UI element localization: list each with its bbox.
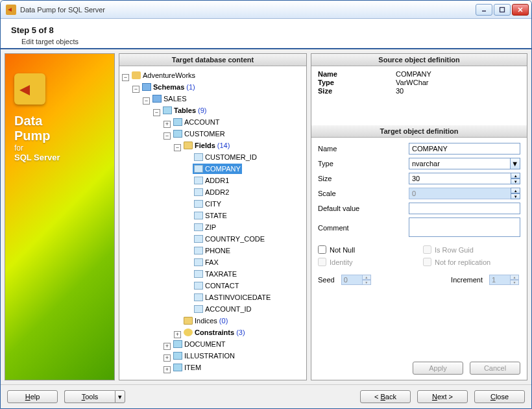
- tree-toggle[interactable]: −: [174, 144, 181, 151]
- tree-toggle[interactable]: −: [163, 132, 171, 140]
- folder-icon: [184, 317, 193, 325]
- size-spinner[interactable]: ▲▼: [511, 173, 520, 184]
- field-icon: [194, 293, 203, 301]
- tree-constraints[interactable]: Constraints (3): [182, 327, 247, 338]
- tree-toggle[interactable]: +: [174, 331, 181, 338]
- tools-button[interactable]: Tools ▾: [64, 390, 125, 403]
- tree-schema-item[interactable]: SALES: [151, 93, 187, 104]
- tree-toggle[interactable]: −: [132, 86, 139, 93]
- help-button[interactable]: Help: [7, 390, 58, 403]
- scale-input: [409, 188, 511, 199]
- field-icon: [194, 212, 203, 219]
- tree-field-item[interactable]: COMPANY: [193, 164, 242, 174]
- close-button[interactable]: Close: [474, 390, 525, 403]
- field-icon: [194, 270, 203, 278]
- source-name-value: COMPANY: [396, 70, 520, 78]
- tree-field-item[interactable]: CUSTOMER_ID: [193, 152, 258, 162]
- key-icon: [184, 328, 193, 336]
- tree-toggle[interactable]: −: [143, 97, 150, 105]
- definition-panel: Source object definition NameCOMPANY Typ…: [311, 53, 527, 380]
- notnull-check[interactable]: Not Null: [318, 245, 415, 254]
- maximize-button[interactable]: [494, 4, 511, 16]
- scale-label: Scale: [318, 190, 409, 197]
- tree-field-item[interactable]: ZIP: [193, 222, 217, 232]
- tools-dropdown-icon[interactable]: ▾: [115, 390, 125, 403]
- type-combo[interactable]: [409, 158, 510, 169]
- size-input[interactable]: [409, 173, 511, 184]
- tree-tables[interactable]: Tables (9): [162, 105, 208, 116]
- name-input[interactable]: [409, 143, 520, 155]
- comment-input[interactable]: [409, 217, 520, 237]
- tree-toggle[interactable]: −: [153, 109, 160, 116]
- table-icon: [173, 118, 182, 126]
- tree-field-item[interactable]: PHONE: [193, 245, 232, 256]
- tree-field-item[interactable]: ADDR2: [193, 187, 230, 197]
- tree-field-item[interactable]: CITY: [193, 199, 223, 209]
- source-type-label: Type: [318, 79, 396, 86]
- tree-field-item[interactable]: CONTACT: [193, 280, 240, 291]
- target-def-title: Target object definition: [311, 125, 527, 138]
- tree-schemas[interactable]: Schemas (1): [141, 82, 197, 92]
- tree-indices[interactable]: Indices (0): [182, 316, 229, 326]
- svg-rect-1: [500, 7, 505, 12]
- object-tree[interactable]: −AdventureWorks −Schemas (1) −SALES −Tab…: [119, 66, 306, 380]
- schema-icon: [142, 83, 151, 91]
- table-icon: [173, 364, 182, 371]
- tree-field-item[interactable]: TAXRATE: [193, 269, 238, 279]
- tree-field-item[interactable]: ADDR1: [193, 175, 230, 186]
- wizard-footer: Help Tools ▾ < Back Next > Close: [1, 384, 531, 408]
- product-name-2: Pump: [14, 129, 51, 143]
- next-button[interactable]: Next >: [417, 390, 468, 403]
- apply-button[interactable]: Apply: [413, 362, 463, 375]
- source-name-label: Name: [318, 70, 396, 78]
- tree-toggle[interactable]: +: [163, 343, 171, 350]
- default-label: Default value: [318, 204, 409, 212]
- table-icon: [173, 352, 182, 360]
- target-def-form: Name Type ▼ Size: [311, 138, 527, 356]
- field-icon: [194, 188, 203, 196]
- table-icon: [173, 130, 182, 138]
- field-icon: [194, 258, 203, 266]
- tree-field-item[interactable]: COUNTRY_CODE: [193, 234, 266, 244]
- tree-table-item[interactable]: ACCOUNT: [172, 117, 221, 127]
- app-icon: [6, 5, 16, 15]
- source-def-title: Source object definition: [311, 54, 527, 66]
- source-size-value: 30: [396, 87, 520, 95]
- tree-table-item[interactable]: DOCUMENT: [172, 339, 227, 349]
- seed-spinner: ▲▼: [341, 275, 372, 285]
- tree-table-item[interactable]: CUSTOMER: [172, 129, 226, 139]
- seed-label: Seed: [318, 276, 335, 284]
- source-size-label: Size: [318, 87, 396, 95]
- wizard-header: Step 5 of 8 Edit target objects: [1, 19, 531, 49]
- size-label: Size: [318, 175, 409, 182]
- type-dropdown-button[interactable]: ▼: [510, 158, 520, 169]
- tree-toggle[interactable]: +: [163, 121, 171, 128]
- step-title: Step 5 of 8: [11, 25, 521, 35]
- tree-database[interactable]: AdventureWorks: [130, 70, 197, 81]
- product-logo-icon: [14, 73, 45, 105]
- content-area: Data Pump for SQL Server Target database…: [1, 49, 531, 384]
- tree-toggle[interactable]: −: [122, 74, 129, 81]
- increment-label: Increment: [451, 276, 483, 284]
- field-icon: [194, 223, 203, 231]
- default-input[interactable]: [409, 203, 520, 214]
- tree-toggle[interactable]: +: [163, 366, 171, 373]
- titlebar[interactable]: Data Pump for SQL Server: [1, 1, 531, 19]
- tree-field-item[interactable]: STATE: [193, 210, 228, 221]
- cancel-button[interactable]: Cancel: [470, 362, 520, 375]
- minimize-button[interactable]: [476, 4, 492, 16]
- comment-label: Comment: [318, 224, 409, 232]
- tree-table-item[interactable]: ILLUSTRATION: [172, 351, 236, 361]
- close-window-button[interactable]: [512, 4, 529, 16]
- tree-table-item[interactable]: ITEM: [172, 362, 202, 373]
- field-icon: [194, 165, 203, 173]
- back-button[interactable]: < Back: [360, 390, 411, 403]
- tree-field-item[interactable]: LASTINVOICEDATE: [193, 292, 272, 303]
- tree-field-item[interactable]: ACCOUNT_ID: [193, 304, 253, 314]
- field-icon: [194, 200, 203, 208]
- tree-field-item[interactable]: FAX: [193, 257, 220, 267]
- tree-fields[interactable]: Fields (14): [182, 140, 231, 151]
- tree-toggle[interactable]: +: [163, 354, 171, 362]
- notreplication-check: Not for replication: [423, 258, 520, 266]
- source-def-block: NameCOMPANY TypeVarWChar Size30: [311, 66, 527, 99]
